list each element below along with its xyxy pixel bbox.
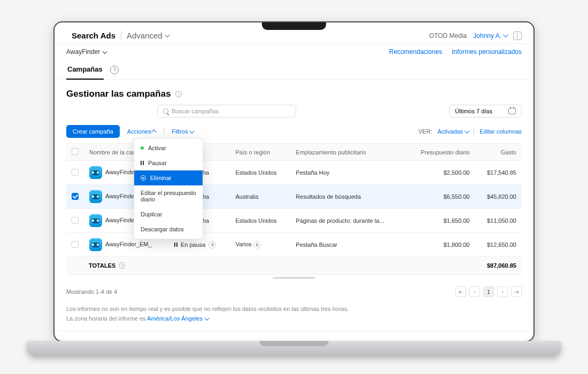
laptop-base <box>27 341 561 356</box>
calendar-icon <box>508 108 516 114</box>
row-checkbox[interactable] <box>72 169 79 176</box>
product-name: Search Ads <box>72 31 115 40</box>
app-icon <box>89 166 102 179</box>
action-activate-label: Activar <box>148 145 166 151</box>
filters-menu-trigger[interactable]: Filtros <box>172 128 193 135</box>
chevron-down-icon <box>102 49 107 54</box>
filters-label: Filtros <box>172 128 188 135</box>
spend-value: $11,050.00 <box>475 209 522 233</box>
view-filter-value: Activadas <box>437 128 463 135</box>
org-name: OTOD Media <box>429 32 467 40</box>
laptop-hinge <box>259 341 329 346</box>
user-name: Johnny A. <box>473 32 501 40</box>
spend-value: $12,650.00 <box>475 233 522 257</box>
remove-icon <box>141 175 146 181</box>
laptop-notch <box>262 22 326 30</box>
chevron-up-icon <box>151 129 157 135</box>
divider <box>164 128 164 135</box>
search-placeholder: Buscar campañas <box>172 108 219 114</box>
panel-toggle-icon[interactable] <box>513 32 522 40</box>
date-range-label: Últimos 7 días <box>455 108 492 114</box>
active-dot-icon <box>141 146 144 150</box>
pager-prev[interactable]: ‹ <box>469 286 480 297</box>
app-icon <box>89 190 102 203</box>
app-selector[interactable]: AwayFinder <box>66 48 106 56</box>
action-edit-budget[interactable]: Editar el presupuesto diario <box>134 185 203 207</box>
col-region[interactable]: País o región <box>230 144 290 161</box>
actions-menu-trigger[interactable]: Acciones <box>127 128 157 135</box>
chevron-down-icon <box>165 32 170 37</box>
totals-label: TOTALES <box>89 262 115 269</box>
action-pause-label: Pausar <box>148 160 167 166</box>
placement-text: Páginas de producto: durante la... <box>290 209 405 233</box>
action-pause[interactable]: Pausar <box>134 155 203 170</box>
product-tier-label: Advanced <box>127 31 163 40</box>
budget-value: $2,500.00 <box>406 161 475 185</box>
budget-value: $6,550.00 <box>406 185 475 209</box>
campaign-name[interactable]: AwayFinder_EM_ <box>105 241 152 247</box>
view-filter[interactable]: Activadas <box>437 128 468 135</box>
pager-last[interactable]: ⇥ <box>511 286 522 297</box>
spend-value: $17,540.85 <box>475 161 522 185</box>
search-input[interactable]: Buscar campañas <box>157 105 296 118</box>
pagination-summary: Mostrando 1-4 de 4 <box>66 289 117 295</box>
row-checkbox[interactable] <box>72 241 79 248</box>
edit-columns-link[interactable]: Editar columnas <box>479 128 522 135</box>
select-all-checkbox[interactable] <box>72 148 79 155</box>
chevron-down-icon <box>204 315 210 321</box>
placement-text: Pestaña Hoy <box>290 161 405 185</box>
pager-next[interactable]: › <box>497 286 508 297</box>
action-remove-label: Eliminar <box>150 175 172 181</box>
placement-text: Resultados de búsqueda <box>290 185 405 209</box>
help-icon[interactable]: ? <box>119 262 125 269</box>
recommendations-link[interactable]: Recomendaciones <box>389 48 442 56</box>
col-placement[interactable]: Emplazamiento publicitario <box>290 144 405 161</box>
pager: ⇤ ‹ 1 › ⇥ <box>455 286 522 297</box>
pause-icon <box>141 161 144 165</box>
date-range-picker[interactable]: Últimos 7 días <box>449 105 522 118</box>
action-activate[interactable]: Activar <box>134 141 203 155</box>
sub-header: AwayFinder Recomendaciones Informes pers… <box>58 44 530 60</box>
custom-reports-link[interactable]: Informes personalizados <box>452 48 522 56</box>
pager-first[interactable]: ⇤ <box>455 286 466 297</box>
budget-value: $1,800.00 <box>406 233 475 257</box>
region-text: Estados Unidos <box>235 169 276 176</box>
region-count-badge: 6 <box>253 241 261 248</box>
action-duplicate[interactable]: Duplicar <box>134 207 203 222</box>
note-delay: Los informes no son en tiempo real y es … <box>66 305 522 314</box>
budget-value: $1,650.00 <box>406 209 475 233</box>
note-tz-prefix: La zona horaria del informe es <box>66 315 147 322</box>
action-download[interactable]: Descargar datos <box>134 222 203 237</box>
action-remove[interactable]: Eliminar <box>134 170 203 185</box>
status-count-badge: 9 <box>208 241 216 248</box>
user-menu[interactable]: Johnny A. <box>473 32 507 40</box>
timezone-label: América/Los Ángeles <box>147 315 203 322</box>
row-checkbox[interactable] <box>72 193 79 200</box>
page-footer: Copyright © 2024 Apple Inc. Todos los de… <box>58 331 530 338</box>
product-tier[interactable]: Advanced <box>121 31 168 40</box>
actions-label: Acciones <box>127 128 151 135</box>
chevron-down-icon <box>189 128 195 134</box>
report-notes: Los informes no son en tiempo real y es … <box>58 305 530 331</box>
pager-page-current[interactable]: 1 <box>483 286 494 297</box>
create-campaign-button[interactable]: Crear campaña <box>66 125 120 138</box>
region-text: Estados Unidos <box>235 217 276 224</box>
page-title: Gestionar las campañas <box>66 89 171 99</box>
app-selector-label: AwayFinder <box>66 48 100 56</box>
pause-icon <box>174 243 177 247</box>
col-budget[interactable]: Presupuesto diario <box>406 144 475 161</box>
placement-text: Pestaña Buscar <box>290 233 405 257</box>
timezone-link[interactable]: América/Los Ángeles <box>147 315 208 322</box>
search-icon <box>163 108 168 114</box>
row-checkbox[interactable] <box>72 217 79 224</box>
tab-campaigns[interactable]: Campañas <box>66 60 104 80</box>
history-icon[interactable] <box>110 66 119 74</box>
app-icon <box>89 238 102 251</box>
region-text: Varios <box>235 241 251 247</box>
col-spend[interactable]: Gasto <box>475 144 522 161</box>
chevron-down-icon <box>503 32 508 37</box>
actions-dropdown: Activar Pausar Eliminar Editar el presup… <box>134 138 203 239</box>
totals-spend: $87,060.85 <box>475 257 522 275</box>
app-icon <box>89 214 102 227</box>
help-icon[interactable]: ? <box>175 91 182 97</box>
